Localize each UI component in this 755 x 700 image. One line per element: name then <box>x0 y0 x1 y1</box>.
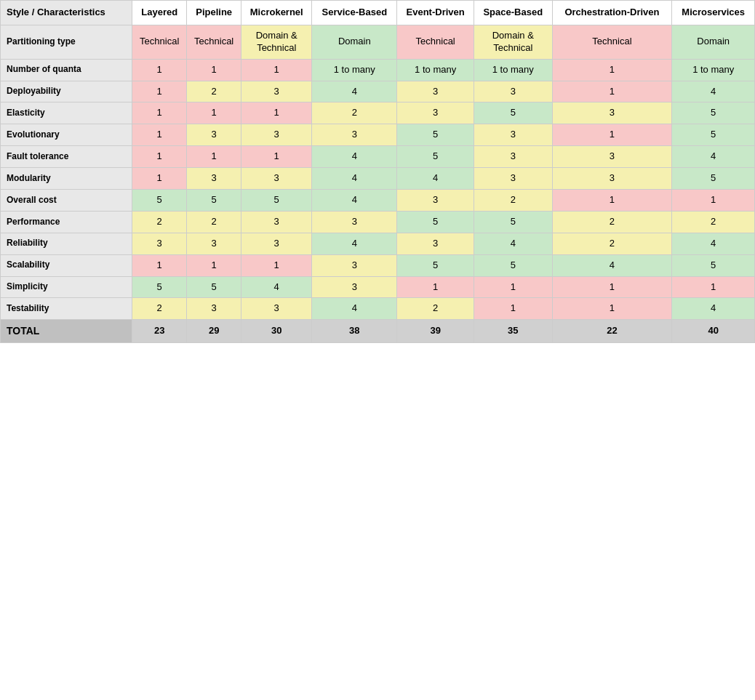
cell-6-1: 5 <box>187 190 241 212</box>
cell-2-3: 2 <box>312 102 397 124</box>
row-label-0: Number of quanta <box>1 59 132 81</box>
column-header-layered: Layered <box>132 1 187 25</box>
cell-11-2: 3 <box>241 298 312 320</box>
cell-1-4: 3 <box>397 81 474 102</box>
cell-7-4: 5 <box>397 211 474 233</box>
total-cell-5: 35 <box>474 320 553 342</box>
cell-2-6: 3 <box>552 102 672 124</box>
total-cell-7: 40 <box>672 320 755 342</box>
partitioning-cell-4: Technical <box>397 25 474 59</box>
cell-8-6: 2 <box>552 233 672 254</box>
cell-10-4: 1 <box>397 276 474 298</box>
cell-7-5: 5 <box>474 211 553 233</box>
row-label-9: Scalability <box>1 254 132 276</box>
cell-4-0: 1 <box>132 146 187 168</box>
cell-8-1: 3 <box>187 233 241 254</box>
cell-5-3: 4 <box>312 168 397 190</box>
row-label-1: Deployability <box>1 81 132 102</box>
partitioning-label: Partitioning type <box>1 25 132 59</box>
cell-6-0: 5 <box>132 190 187 212</box>
cell-2-4: 3 <box>397 102 474 124</box>
column-header-orchestration-driven: Orchestration-Driven <box>552 1 672 25</box>
data-row-8: Reliability33343424 <box>1 233 755 254</box>
cell-0-7: 1 to many <box>672 59 755 81</box>
cell-9-7: 5 <box>672 254 755 276</box>
cell-4-3: 4 <box>312 146 397 168</box>
cell-8-2: 3 <box>241 233 312 254</box>
cell-2-7: 5 <box>672 102 755 124</box>
cell-1-5: 3 <box>474 81 553 102</box>
cell-4-2: 1 <box>241 146 312 168</box>
cell-5-2: 3 <box>241 168 312 190</box>
cell-4-6: 3 <box>552 146 672 168</box>
cell-9-6: 4 <box>552 254 672 276</box>
cell-7-6: 2 <box>552 211 672 233</box>
row-label-3: Evolutionary <box>1 124 132 146</box>
cell-3-7: 5 <box>672 124 755 146</box>
cell-3-2: 3 <box>241 124 312 146</box>
cell-2-1: 1 <box>187 102 241 124</box>
total-cell-4: 39 <box>397 320 474 342</box>
column-header-space-based: Space-Based <box>474 1 553 25</box>
cell-11-5: 1 <box>474 298 553 320</box>
cell-1-0: 1 <box>132 81 187 102</box>
cell-6-4: 3 <box>397 190 474 212</box>
cell-10-7: 1 <box>672 276 755 298</box>
data-row-1: Deployability12343314 <box>1 81 755 102</box>
column-header-pipeline: Pipeline <box>187 1 241 25</box>
cell-3-3: 3 <box>312 124 397 146</box>
cell-8-4: 3 <box>397 233 474 254</box>
cell-4-4: 5 <box>397 146 474 168</box>
data-row-9: Scalability11135545 <box>1 254 755 276</box>
cell-11-3: 4 <box>312 298 397 320</box>
total-cell-6: 22 <box>552 320 672 342</box>
cell-9-4: 5 <box>397 254 474 276</box>
cell-10-3: 3 <box>312 276 397 298</box>
cell-6-3: 4 <box>312 190 397 212</box>
cell-7-1: 2 <box>187 211 241 233</box>
cell-0-5: 1 to many <box>474 59 553 81</box>
total-cell-3: 38 <box>312 320 397 342</box>
cell-3-6: 1 <box>552 124 672 146</box>
row-label-8: Reliability <box>1 233 132 254</box>
cell-3-5: 3 <box>474 124 553 146</box>
partitioning-row: Partitioning typeTechnicalTechnicalDomai… <box>1 25 755 59</box>
row-label-4: Fault tolerance <box>1 146 132 168</box>
total-cell-1: 29 <box>187 320 241 342</box>
cell-5-5: 3 <box>474 168 553 190</box>
cell-4-7: 4 <box>672 146 755 168</box>
column-header-microservices: Microservices <box>672 1 755 25</box>
cell-0-3: 1 to many <box>312 59 397 81</box>
cell-6-7: 1 <box>672 190 755 212</box>
cell-1-7: 4 <box>672 81 755 102</box>
row-label-2: Elasticity <box>1 102 132 124</box>
total-label: TOTAL <box>1 320 132 342</box>
row-label-5: Modularity <box>1 168 132 190</box>
cell-10-6: 1 <box>552 276 672 298</box>
partitioning-cell-5: Domain &Technical <box>474 25 553 59</box>
cell-1-2: 3 <box>241 81 312 102</box>
cell-7-2: 3 <box>241 211 312 233</box>
data-row-4: Fault tolerance11145334 <box>1 146 755 168</box>
row-label-7: Performance <box>1 211 132 233</box>
cell-3-1: 3 <box>187 124 241 146</box>
cell-0-2: 1 <box>241 59 312 81</box>
data-row-5: Modularity13344335 <box>1 168 755 190</box>
cell-0-4: 1 to many <box>397 59 474 81</box>
cell-8-0: 3 <box>132 233 187 254</box>
cell-2-5: 5 <box>474 102 553 124</box>
cell-3-4: 5 <box>397 124 474 146</box>
cell-11-4: 2 <box>397 298 474 320</box>
cell-0-6: 1 <box>552 59 672 81</box>
cell-6-5: 2 <box>474 190 553 212</box>
cell-4-5: 3 <box>474 146 553 168</box>
cell-1-6: 1 <box>552 81 672 102</box>
cell-9-2: 1 <box>241 254 312 276</box>
row-label-6: Overall cost <box>1 190 132 212</box>
cell-10-1: 5 <box>187 276 241 298</box>
cell-9-1: 1 <box>187 254 241 276</box>
cell-2-0: 1 <box>132 102 187 124</box>
row-label-10: Simplicity <box>1 276 132 298</box>
total-row: TOTAL2329303839352240 <box>1 320 755 342</box>
architecture-comparison-table: Style / Characteristics LayeredPipelineM… <box>0 0 755 343</box>
